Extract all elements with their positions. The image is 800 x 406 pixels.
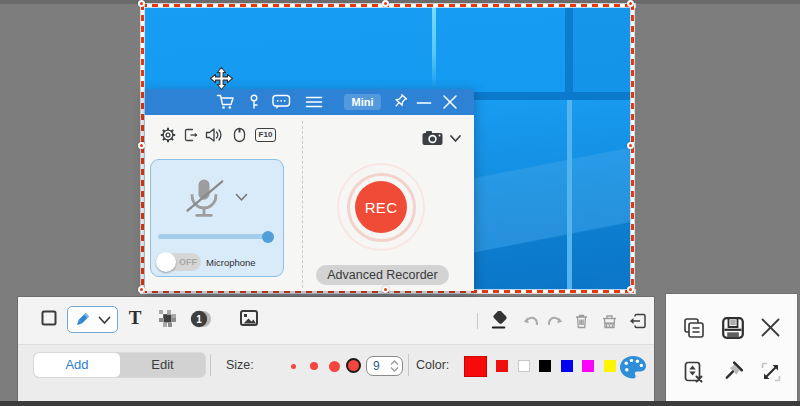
- panel-divider: [302, 121, 303, 288]
- mic-select-chevron-icon[interactable]: [235, 193, 248, 202]
- mode-switch: Add Edit: [34, 353, 205, 377]
- recorder-window: Mini: [145, 89, 474, 291]
- wallpaper-window-gap-vertical-top: [565, 5, 573, 92]
- selection-handle-right-mid[interactable]: [627, 142, 634, 149]
- palette-button[interactable]: [619, 355, 647, 380]
- fullscreen-icon[interactable]: [760, 361, 782, 383]
- wallpaper-window-gap-vertical-bottom: [567, 100, 572, 291]
- size-dot-1[interactable]: [291, 364, 296, 369]
- mode-add-button[interactable]: Add: [34, 353, 120, 377]
- rec-ring: REC: [347, 173, 416, 242]
- mosaic-tool[interactable]: [159, 310, 177, 328]
- size-dot-3[interactable]: [329, 361, 340, 372]
- row2-divider-2: [408, 354, 409, 376]
- mic-volume-knob[interactable]: [262, 231, 274, 243]
- output-icon[interactable]: [183, 127, 199, 143]
- color-swatch-6[interactable]: [582, 360, 594, 372]
- menu-icon[interactable]: [305, 94, 325, 110]
- cancel-icon[interactable]: [682, 360, 706, 384]
- exit-button[interactable]: [628, 313, 647, 329]
- recorder-body: F10: [145, 115, 474, 291]
- copy-icon[interactable]: [682, 316, 706, 340]
- close-icon[interactable]: [441, 94, 461, 110]
- size-dot-2[interactable]: [310, 362, 318, 370]
- redo-button[interactable]: [547, 313, 564, 329]
- wallpaper-pane-shade: [573, 5, 633, 92]
- mini-button[interactable]: Mini: [344, 94, 381, 110]
- eraser-button[interactable]: [488, 311, 509, 327]
- wallpaper-window-edge-glow: [432, 5, 436, 89]
- cart-icon[interactable]: [216, 94, 236, 110]
- taskbar-strip: [0, 401, 800, 406]
- color-swatch-5[interactable]: [561, 360, 573, 372]
- mode-edit-button[interactable]: Edit: [120, 353, 205, 377]
- move-cursor-icon: [210, 67, 233, 90]
- size-input[interactable]: 9: [366, 356, 403, 376]
- close-result-icon[interactable]: [760, 317, 781, 338]
- color-swatch-2[interactable]: [496, 360, 508, 372]
- delete-button[interactable]: [574, 313, 589, 329]
- image-tool[interactable]: [240, 310, 258, 328]
- chevron-down-icon: [451, 136, 460, 141]
- color-swatch-4[interactable]: [539, 360, 551, 372]
- rec-button[interactable]: REC: [355, 181, 407, 233]
- rec-rings: REC: [337, 163, 425, 251]
- selection-handle-left-mid[interactable]: [138, 142, 145, 149]
- mic-toggle-knob[interactable]: [156, 252, 176, 272]
- size-dot-4-selected[interactable]: [346, 358, 361, 373]
- delete-all-button[interactable]: [601, 313, 618, 329]
- pencil-tool[interactable]: [67, 306, 118, 333]
- actions-divider: [477, 313, 478, 329]
- speaker-icon[interactable]: [205, 127, 224, 143]
- mic-toggle[interactable]: OFF: [157, 253, 201, 271]
- key-icon[interactable]: [247, 94, 261, 110]
- selection-handle-top-mid[interactable]: [382, 0, 389, 7]
- size-spin-down[interactable]: [390, 365, 399, 373]
- selection-handle-top-left[interactable]: [138, 0, 145, 7]
- recorder-titlebar[interactable]: Mini: [145, 89, 474, 115]
- microphone-label: Microphone: [206, 257, 256, 268]
- mic-volume-slider[interactable]: [158, 234, 273, 239]
- action-panel: [666, 294, 797, 401]
- color-swatch-7[interactable]: [604, 360, 616, 372]
- annotation-toolbar: T 1: [18, 297, 654, 401]
- pin-icon[interactable]: [392, 94, 409, 110]
- webcam-control[interactable]: [422, 130, 464, 146]
- selection-handle-bottom-right[interactable]: [627, 286, 634, 293]
- pin-tack-icon[interactable]: [722, 361, 743, 385]
- screen: Mini: [0, 0, 800, 406]
- gear-icon[interactable]: [160, 127, 176, 143]
- step-badge: 1: [196, 314, 202, 325]
- text-tool[interactable]: T: [127, 308, 143, 328]
- palette-icon: [619, 355, 647, 380]
- undo-button[interactable]: [522, 313, 539, 329]
- pencil-dropdown-chevron-icon: [98, 316, 111, 325]
- selection-handle-bottom-left[interactable]: [138, 286, 145, 293]
- save-icon[interactable]: [721, 316, 745, 340]
- size-label: Size:: [226, 358, 254, 372]
- mouse-icon[interactable]: [233, 127, 246, 143]
- feedback-icon[interactable]: [272, 94, 292, 110]
- step-tool[interactable]: 1: [190, 310, 212, 328]
- microphone-panel[interactable]: OFF Microphone: [150, 159, 284, 277]
- rectangle-tool[interactable]: [41, 310, 59, 328]
- microphone-muted-icon[interactable]: [180, 174, 228, 218]
- minimize-icon[interactable]: [415, 94, 435, 110]
- advanced-recorder-button[interactable]: Advanced Recorder: [316, 265, 449, 285]
- selection-handle-top-right[interactable]: [627, 0, 634, 7]
- camera-icon: [422, 130, 464, 146]
- hotkey-icon[interactable]: F10: [255, 128, 276, 142]
- color-label: Color:: [416, 358, 449, 372]
- pencil-icon: [74, 312, 90, 328]
- color-swatch-3[interactable]: [518, 360, 530, 372]
- selection-handle-bottom-mid[interactable]: [382, 286, 389, 293]
- color-swatch-1[interactable]: [464, 356, 487, 377]
- row2-divider-1: [210, 354, 211, 376]
